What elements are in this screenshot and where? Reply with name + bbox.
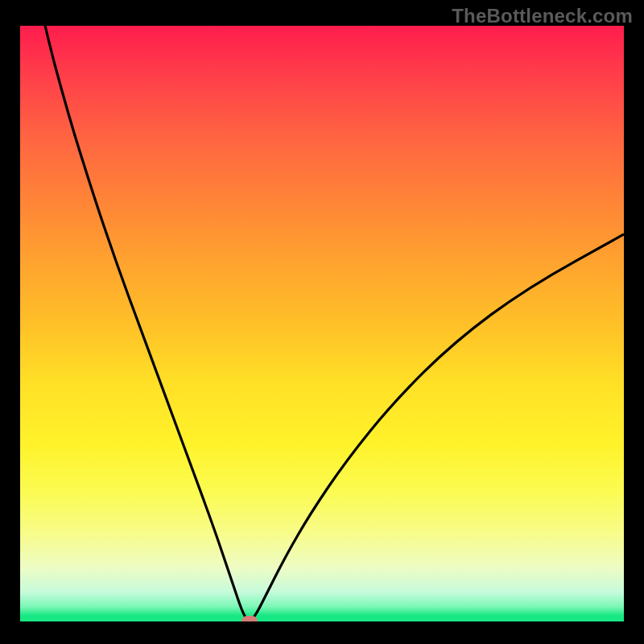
plot-area [20,26,624,621]
chart-frame: TheBottleneck.com [0,0,644,644]
watermark-text: TheBottleneck.com [452,5,633,27]
optimal-point-marker [242,616,258,621]
bottleneck-curve [20,26,624,621]
curve-path [20,26,624,620]
